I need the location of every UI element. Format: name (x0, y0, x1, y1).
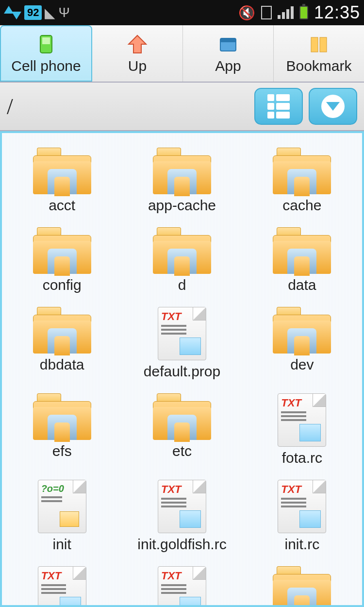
file-name-label: dev (290, 356, 314, 373)
tab-label: Up (128, 58, 147, 74)
folder-icon (153, 227, 211, 274)
sim-icon (261, 6, 272, 19)
svg-marker-2 (129, 35, 146, 53)
status-bar: 92 ◣ Ψ 🔇 12:35 (0, 0, 364, 25)
file-item[interactable]: cache (242, 148, 362, 214)
folder-icon (153, 148, 211, 194)
txt-file-icon: TXT (38, 566, 86, 607)
app-icon (216, 33, 240, 56)
file-item[interactable]: TXTinit.rc (242, 480, 362, 553)
battery-charging-icon (299, 6, 308, 19)
txt-file-icon: TXT (158, 566, 206, 607)
unknown-file-icon: ?o=0 (38, 480, 86, 533)
svg-rect-5 (311, 37, 318, 52)
mute-icon: 🔇 (238, 5, 255, 21)
file-item[interactable]: efs (2, 393, 122, 466)
file-item[interactable] (242, 566, 362, 607)
folder-icon (273, 566, 331, 607)
file-item[interactable]: ?o=0init (2, 480, 122, 553)
file-item[interactable]: d (122, 227, 242, 293)
file-item[interactable]: TXTfota.rc (242, 393, 362, 466)
network-sync-icon (4, 6, 21, 19)
file-name-label: cache (282, 197, 321, 214)
phone-icon (34, 33, 58, 56)
tab-label: Bookmark (286, 58, 351, 74)
folder-icon (273, 227, 331, 274)
file-name-label: config (43, 277, 82, 293)
tab-label: App (215, 58, 241, 74)
file-item[interactable]: TXT (122, 566, 242, 607)
txt-file-icon: TXT (158, 307, 206, 360)
clock: 12:35 (314, 2, 360, 23)
battery-percent-badge: 92 (24, 5, 42, 20)
file-name-label: efs (52, 443, 72, 459)
tab-label: Cell phone (11, 58, 81, 74)
file-name-label: init (52, 536, 71, 553)
tab-cellphone[interactable]: Cell phone (0, 25, 92, 82)
sd-card-icon: ◣ (45, 5, 55, 21)
file-item[interactable]: config (2, 227, 122, 293)
file-item[interactable]: TXT (2, 566, 122, 607)
tab-app[interactable]: App (183, 25, 274, 82)
file-name-label: default.prop (144, 363, 220, 380)
file-item[interactable]: acct (2, 148, 122, 214)
svg-rect-1 (42, 37, 50, 44)
current-path: / (7, 94, 13, 119)
file-item[interactable]: etc (122, 393, 242, 466)
signal-icon (278, 6, 294, 19)
file-item[interactable]: data (242, 227, 362, 293)
chevron-down-icon (321, 95, 345, 118)
file-name-label: fota.rc (282, 450, 322, 466)
usb-icon: Ψ (58, 5, 69, 20)
folder-icon (273, 307, 331, 354)
path-bar: / (0, 83, 364, 131)
txt-file-icon: TXT (158, 480, 206, 533)
dropdown-menu-button[interactable] (309, 88, 357, 125)
file-grid-container: acctapp-cachecacheconfigddatadbdataTXTde… (0, 131, 364, 607)
file-name-label: init.goldfish.rc (137, 536, 226, 553)
list-view-icon (267, 94, 290, 118)
toolbar: Cell phone Up App Bookmark (0, 25, 364, 83)
svg-rect-4 (220, 38, 236, 42)
file-item[interactable]: TXTinit.goldfish.rc (122, 480, 242, 553)
folder-icon (33, 148, 91, 194)
file-item[interactable]: TXTdefault.prop (122, 307, 242, 380)
file-item[interactable]: app-cache (122, 148, 242, 214)
file-item[interactable]: dev (242, 307, 362, 380)
folder-icon (33, 393, 91, 440)
folder-icon (153, 393, 211, 440)
bookmark-icon (307, 33, 331, 56)
file-name-label: etc (172, 443, 192, 459)
view-toggle-button[interactable] (254, 88, 303, 125)
txt-file-icon: TXT (278, 480, 326, 533)
folder-icon (33, 227, 91, 274)
file-name-label: d (178, 277, 186, 293)
file-name-label: acct (49, 197, 75, 214)
file-item[interactable]: dbdata (2, 307, 122, 380)
tab-bookmark[interactable]: Bookmark (274, 25, 364, 82)
tab-up[interactable]: Up (92, 25, 183, 82)
file-name-label: app-cache (148, 197, 216, 214)
folder-icon (33, 307, 91, 354)
folder-icon (273, 148, 331, 194)
txt-file-icon: TXT (278, 393, 326, 447)
file-name-label: data (288, 277, 316, 293)
file-name-label: init.rc (284, 536, 319, 553)
svg-rect-6 (320, 37, 327, 52)
file-name-label: dbdata (40, 356, 84, 373)
up-arrow-icon (126, 33, 149, 56)
